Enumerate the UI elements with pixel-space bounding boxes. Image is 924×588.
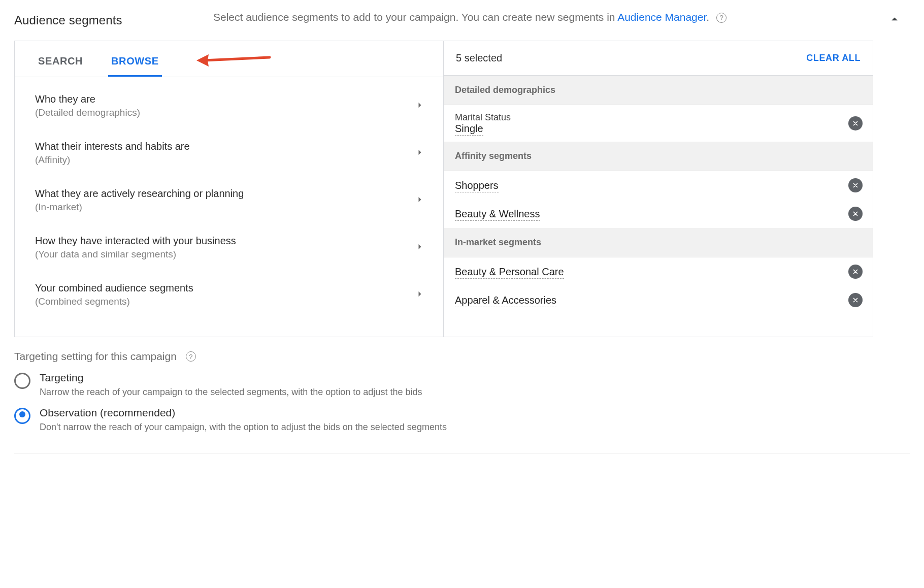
- tab-search[interactable]: SEARCH: [35, 50, 86, 77]
- panel-left: SEARCH BROWSE Who they are (Detailed dem…: [15, 41, 444, 337]
- remove-chip-button[interactable]: [848, 293, 863, 307]
- selected-header: 5 selected CLEAR ALL: [444, 41, 873, 76]
- browse-item-sub: (In-market): [35, 202, 244, 213]
- browse-item-your-data[interactable]: How they have interacted with your busin…: [21, 224, 437, 271]
- selected-count: 5 selected: [456, 52, 502, 64]
- chip-value: Beauty & Personal Care: [455, 266, 564, 279]
- help-icon[interactable]: ?: [186, 351, 196, 362]
- selected-chip-beauty-wellness: Beauty & Wellness: [444, 200, 873, 228]
- selected-chip-marital-status: Marital Status Single: [444, 105, 873, 142]
- remove-chip-button[interactable]: [848, 265, 863, 279]
- chip-value: Single: [455, 123, 483, 136]
- selected-chip-beauty-personal-care: Beauty & Personal Care: [444, 257, 873, 286]
- selected-chip-apparel-accessories: Apparel & Accessories: [444, 286, 873, 314]
- audience-manager-link[interactable]: Audience Manager: [617, 11, 706, 23]
- selected-chip-shoppers: Shoppers: [444, 171, 873, 200]
- option-desc: Narrow the reach of your campaign to the…: [40, 387, 873, 398]
- browse-item-sub: (Affinity): [35, 154, 190, 166]
- chip-value: Shoppers: [455, 180, 499, 192]
- browse-item-in-market[interactable]: What they are actively researching or pl…: [21, 177, 437, 224]
- browse-item-combined[interactable]: Your combined audience segments (Combine…: [21, 271, 437, 318]
- chevron-right-icon: [415, 147, 425, 159]
- chevron-right-icon: [415, 289, 425, 301]
- option-label: Targeting: [40, 372, 873, 384]
- chevron-right-icon: [415, 100, 425, 112]
- remove-chip-button[interactable]: [848, 207, 863, 221]
- chip-value: Apparel & Accessories: [455, 295, 556, 307]
- chevron-right-icon: [415, 242, 425, 254]
- browse-item-affinity[interactable]: What their interests and habits are (Aff…: [21, 129, 437, 177]
- annotation-arrow: [193, 50, 275, 77]
- radio-option-targeting[interactable]: Targeting Narrow the reach of your campa…: [14, 372, 873, 398]
- section-title: Audience segments: [14, 10, 207, 27]
- intro-text: Select audience segments to add to your …: [213, 11, 617, 23]
- section-intro: Select audience segments to add to your …: [213, 10, 873, 24]
- panel-right: 5 selected CLEAR ALL Detailed demographi…: [444, 41, 873, 337]
- browse-item-sub: (Combined segments): [35, 296, 193, 307]
- help-icon[interactable]: ?: [716, 13, 727, 23]
- browse-item-title: What they are actively researching or pl…: [35, 188, 244, 200]
- section-header-affinity: Affinity segments: [444, 142, 873, 171]
- tabs: SEARCH BROWSE: [15, 41, 443, 77]
- tab-browse[interactable]: BROWSE: [108, 50, 162, 77]
- targeting-heading-text: Targeting setting for this campaign: [14, 350, 177, 363]
- intro-suffix: .: [706, 11, 709, 23]
- clear-all-button[interactable]: CLEAR ALL: [806, 53, 861, 63]
- browse-item-title: What their interests and habits are: [35, 141, 190, 152]
- radio-targeting[interactable]: [14, 373, 30, 389]
- section-header-in-market: In-market segments: [444, 228, 873, 257]
- chip-label: Marital Status: [455, 112, 511, 123]
- chevron-right-icon: [415, 194, 425, 207]
- section-header-detailed-demographics: Detailed demographics: [444, 76, 873, 105]
- collapse-button[interactable]: [879, 10, 910, 28]
- browse-item-who-they-are[interactable]: Who they are (Detailed demographics): [21, 82, 437, 129]
- option-desc: Don't narrow the reach of your campaign,…: [40, 422, 873, 433]
- divider: [14, 453, 910, 453]
- browse-item-sub: (Detailed demographics): [35, 107, 140, 118]
- browse-item-title: How they have interacted with your busin…: [35, 235, 236, 247]
- chip-value: Beauty & Wellness: [455, 208, 540, 221]
- browse-item-sub: (Your data and similar segments): [35, 249, 236, 260]
- browse-item-title: Who they are: [35, 93, 140, 105]
- targeting-heading: Targeting setting for this campaign ?: [14, 350, 873, 363]
- radio-option-observation[interactable]: Observation (recommended) Don't narrow t…: [14, 407, 873, 433]
- browse-item-title: Your combined audience segments: [35, 282, 193, 294]
- targeting-settings: Targeting setting for this campaign ? Ta…: [14, 350, 873, 433]
- browse-list: Who they are (Detailed demographics) Wha…: [15, 77, 443, 337]
- radio-observation[interactable]: [14, 408, 30, 424]
- remove-chip-button[interactable]: [848, 116, 863, 130]
- remove-chip-button[interactable]: [848, 178, 863, 192]
- audience-panel: SEARCH BROWSE Who they are (Detailed dem…: [14, 41, 873, 337]
- option-label: Observation (recommended): [40, 407, 873, 419]
